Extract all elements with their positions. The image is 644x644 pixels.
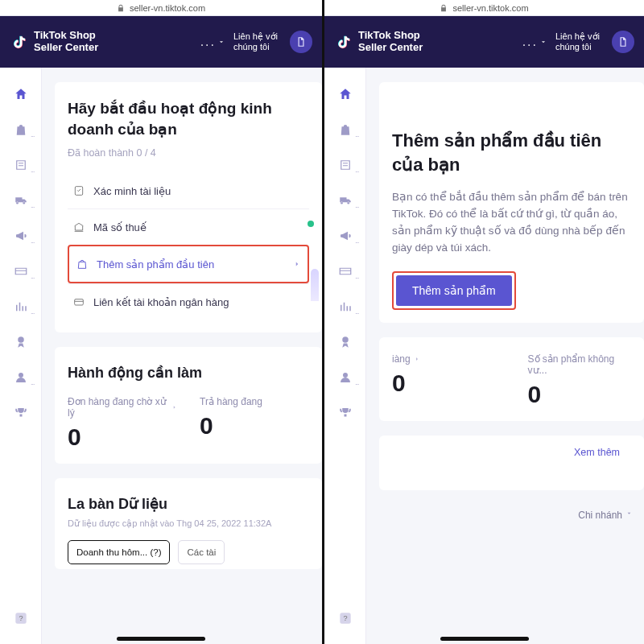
home-icon <box>338 87 353 101</box>
brand-logo[interactable]: TikTok Shop Seller Center <box>10 30 98 54</box>
list-icon <box>338 158 353 172</box>
sidebar-item-help[interactable]: ? <box>333 610 357 626</box>
onboarding-title: Hãy bắt đầu hoạt động kinh doanh của bạn <box>68 98 309 139</box>
user-icon <box>338 370 353 385</box>
data-compass-title: La bàn Dữ liệu <box>68 494 309 514</box>
document-check-icon <box>72 184 85 197</box>
branch-selector[interactable]: Chi nhánh <box>379 505 644 521</box>
metric-value: 0 <box>528 381 632 408</box>
medal-icon <box>14 335 28 349</box>
metric-value: 0 <box>200 412 309 440</box>
sidebar-item-orders[interactable]: ... <box>333 158 357 172</box>
sidebar-item-help[interactable]: ? <box>9 610 33 626</box>
chart-icon <box>338 299 353 314</box>
see-more-link[interactable]: Xem thêm <box>392 447 631 458</box>
metric-returns[interactable]: Trả hàng đang 0 <box>200 396 309 451</box>
chip-revenue-today[interactable]: Doanh thu hôm... (?) <box>68 540 170 564</box>
header-action-button[interactable] <box>612 31 634 53</box>
illustration-decoration <box>299 221 319 293</box>
chevron-down-icon <box>539 35 547 49</box>
header-action-button[interactable] <box>290 31 312 53</box>
sidebar-item-products[interactable]: ... <box>9 122 33 137</box>
chip-assets[interactable]: Các tài <box>178 540 225 564</box>
header-menu-button[interactable]: ... <box>522 35 547 49</box>
svg-rect-3 <box>75 299 84 305</box>
sidenav: ... ... ... ... ... ... ... ? <box>324 68 366 644</box>
metric-pending-orders[interactable]: Đơn hàng đang chờ xử lý 0 <box>68 396 177 451</box>
tiktok-icon <box>334 33 352 51</box>
sidebar-item-orders[interactable]: ... <box>9 158 33 172</box>
task-label: Mã số thuế <box>93 221 147 233</box>
home-indicator <box>117 637 205 641</box>
url-text: seller-vn.tiktok.com <box>130 3 205 13</box>
bank-icon <box>72 221 85 233</box>
home-icon <box>14 87 28 101</box>
detail-title: Thêm sản phẩm đầu tiên của bạn <box>392 129 631 176</box>
sidebar-item-account[interactable]: ... <box>333 370 357 385</box>
sidebar-item-promotions[interactable] <box>333 335 357 349</box>
sidebar-item-finance[interactable]: ... <box>9 264 33 279</box>
sidebar-item-home[interactable] <box>333 87 357 101</box>
data-updated-text: Dữ liệu được cập nhật vào Thg 04 25, 202… <box>68 518 309 529</box>
sidebar-item-analytics[interactable]: ... <box>9 299 33 314</box>
bag-icon <box>14 122 28 137</box>
task-verify-documents[interactable]: Xác minh tài liệu <box>68 173 309 208</box>
contact-link[interactable]: Liên hệ với chúng tôi <box>555 31 604 52</box>
sidebar-item-shipping[interactable]: ... <box>333 193 357 208</box>
sidebar-item-marketing[interactable]: ... <box>333 229 357 243</box>
url-bar: seller-vn.tiktok.com <box>324 0 644 16</box>
help-icon: ? <box>13 610 29 626</box>
tiktok-icon <box>10 33 27 51</box>
chevron-down-icon <box>217 35 225 49</box>
sidebar-item-promotions[interactable] <box>9 335 33 349</box>
brand-line2: Seller Center <box>34 42 98 54</box>
sidebar-item-analytics[interactable]: ... <box>333 299 357 314</box>
home-indicator <box>440 637 529 641</box>
task-tax-code[interactable]: Mã số thuế <box>68 208 309 245</box>
onboarding-progress: Đã hoàn thành 0 / 4 <box>68 147 309 159</box>
app-header: TikTok Shop Seller Center ... Liên hệ vớ… <box>0 16 322 68</box>
lock-icon <box>440 4 448 12</box>
url-text: seller-vn.tiktok.com <box>452 3 528 13</box>
sidebar-item-shipping[interactable]: ... <box>9 193 33 208</box>
sidebar-item-home[interactable] <box>9 87 33 101</box>
brand-line1: TikTok Shop <box>34 30 98 42</box>
todo-title: Hành động cần làm <box>68 363 309 382</box>
chart-icon <box>14 299 28 314</box>
metric-value: 0 <box>68 423 177 451</box>
sidebar-item-finance[interactable]: ... <box>333 264 357 279</box>
cta-highlight: Thêm sản phẩm <box>392 271 516 310</box>
sidebar-item-account[interactable]: ... <box>9 370 33 385</box>
bag-icon <box>338 122 353 137</box>
brand-logo[interactable]: TikTok Shop Seller Center <box>334 30 423 54</box>
add-product-button[interactable]: Thêm sản phẩm <box>396 275 512 306</box>
card-icon <box>338 264 353 279</box>
medal-icon <box>338 335 353 349</box>
task-add-first-product[interactable]: Thêm sản phẩm đầu tiên <box>68 245 309 283</box>
url-bar: seller-vn.tiktok.com <box>0 0 322 16</box>
sidebar-item-rewards[interactable] <box>9 406 33 420</box>
task-label: Thêm sản phẩm đầu tiên <box>97 258 214 270</box>
chevron-down-icon <box>625 510 633 517</box>
sidebar-item-marketing[interactable]: ... <box>9 229 33 243</box>
task-label: Xác minh tài liệu <box>93 185 171 197</box>
metric-orders[interactable]: iàng 0 <box>392 353 496 408</box>
truck-icon <box>14 193 28 208</box>
list-icon <box>14 158 28 172</box>
truck-icon <box>338 193 353 208</box>
sidenav: ... ... ... ... ... ... ... ? <box>0 68 42 644</box>
bag-icon <box>76 258 89 270</box>
app-header: TikTok Shop Seller Center ... Liên hệ vớ… <box>324 16 644 68</box>
chevron-right-icon <box>171 404 177 411</box>
svg-text:?: ? <box>343 614 347 622</box>
metric-violating-products[interactable]: Số sản phẩm không vư... 0 <box>528 353 632 408</box>
task-label: Liên kết tài khoản ngân hàng <box>93 296 229 308</box>
megaphone-icon <box>14 229 28 243</box>
task-link-bank[interactable]: Liên kết tài khoản ngân hàng <box>68 283 309 320</box>
trophy-icon <box>338 406 353 420</box>
header-menu-button[interactable]: ... <box>200 35 225 49</box>
brand-line1: TikTok Shop <box>358 30 423 42</box>
contact-link[interactable]: Liên hệ với chúng tôi <box>233 31 282 52</box>
sidebar-item-rewards[interactable] <box>333 406 357 420</box>
sidebar-item-products[interactable]: ... <box>333 122 357 137</box>
